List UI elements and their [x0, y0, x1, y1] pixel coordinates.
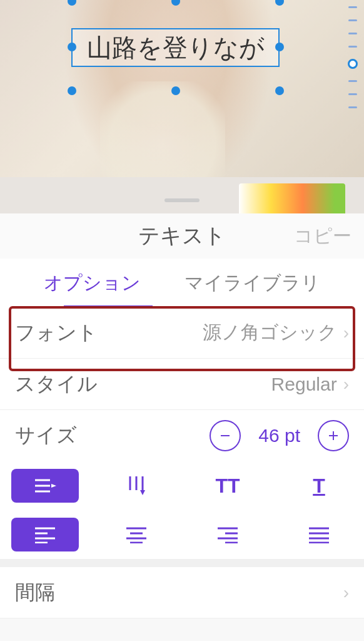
horizontal-lines-icon [33, 476, 58, 495]
size-label: サイズ [15, 422, 210, 449]
selection-handle-bl[interactable] [68, 86, 76, 95]
size-value[interactable]: 46 pt [258, 425, 300, 446]
tab-bar: オプション マイライブラリ [0, 259, 364, 307]
style-value: Regular [271, 374, 337, 395]
text-selection-box[interactable]: 山路を登りなが [71, 28, 280, 67]
canvas-area[interactable]: 山路を登りなが [0, 0, 364, 213]
slider-tick [348, 6, 357, 8]
align-justify-button[interactable] [285, 518, 353, 551]
slider-tick [348, 106, 357, 108]
text-content[interactable]: 山路を登りなが [87, 31, 265, 65]
selection-handle-mr[interactable] [275, 43, 284, 51]
vertical-text-button[interactable] [103, 469, 170, 503]
text-panel: テキスト コピー オプション マイライブラリ フォント 源ノ角ゴシック › スタ… [0, 213, 364, 618]
align-right-button[interactable] [194, 518, 261, 551]
uppercase-icon: TT [215, 474, 240, 498]
slider-tick [348, 80, 357, 82]
vertical-lines-icon [124, 475, 149, 496]
size-row: サイズ 46 pt [0, 410, 364, 461]
horizontal-text-button[interactable] [11, 469, 79, 503]
chevron-right-icon: › [343, 323, 349, 343]
thumbnail-strip[interactable] [0, 177, 364, 213]
chevron-right-icon: › [343, 583, 349, 603]
tab-underline [64, 305, 153, 307]
chevron-right-icon: › [343, 374, 349, 394]
underline-button[interactable]: T [285, 469, 353, 503]
panel-drag-handle[interactable] [164, 198, 200, 202]
align-left-icon [34, 526, 56, 543]
font-row[interactable]: フォント 源ノ角ゴシック › [0, 307, 364, 359]
size-increase-button[interactable] [318, 420, 349, 451]
slider-thumb[interactable] [348, 59, 358, 69]
panel-title: テキスト [138, 222, 226, 250]
side-slider[interactable] [346, 6, 359, 108]
align-left-button[interactable] [11, 518, 79, 551]
alignment-toolbar [0, 510, 364, 560]
underline-icon: T [313, 474, 325, 498]
uppercase-button[interactable]: TT [194, 469, 261, 503]
slider-tick [348, 46, 357, 48]
thumbnail[interactable] [239, 183, 345, 213]
align-right-icon [216, 526, 239, 543]
selection-handle-ml[interactable] [68, 43, 76, 51]
style-label: スタイル [15, 371, 271, 398]
minus-icon [219, 429, 231, 442]
tab-library[interactable]: マイライブラリ [178, 265, 326, 301]
align-center-button[interactable] [103, 518, 170, 551]
tab-options[interactable]: オプション [38, 265, 147, 301]
align-justify-icon [308, 526, 330, 543]
section-divider [0, 560, 364, 567]
selection-handle-br[interactable] [275, 86, 284, 95]
slider-tick [348, 19, 357, 21]
font-value: 源ノ角ゴシック [203, 320, 337, 346]
plus-icon [327, 429, 340, 442]
text-direction-toolbar: TT T [0, 461, 364, 510]
size-decrease-button[interactable] [210, 420, 241, 451]
font-label: フォント [15, 319, 203, 347]
slider-tick [348, 93, 357, 95]
panel-header: テキスト コピー [0, 213, 364, 259]
align-center-icon [125, 526, 148, 543]
copy-button[interactable]: コピー [294, 223, 351, 249]
style-row[interactable]: スタイル Regular › [0, 359, 364, 410]
slider-tick [348, 33, 357, 34]
selection-handle-bc[interactable] [171, 86, 180, 95]
spacing-row[interactable]: 間隔 › [0, 567, 364, 618]
spacing-label: 間隔 [15, 579, 343, 607]
